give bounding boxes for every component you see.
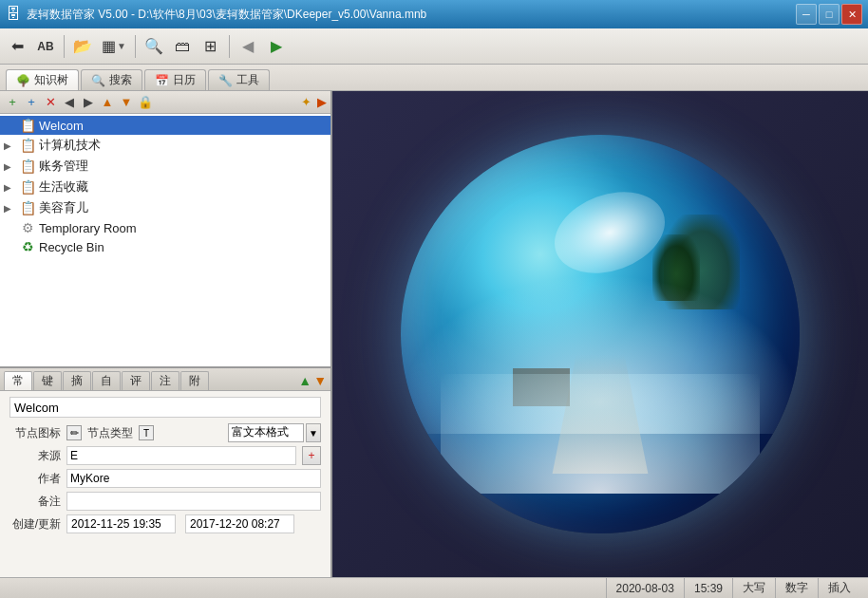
bottom-tab-自[interactable]: 自 bbox=[92, 371, 121, 390]
author-input[interactable] bbox=[70, 472, 317, 485]
bottom-tab-附[interactable]: 附 bbox=[180, 371, 209, 390]
app-icon: 🗄 bbox=[6, 6, 21, 23]
icon-type-row: 节点图标 ✏ 节点类型 T 富文本格式 ▼ bbox=[9, 423, 321, 442]
tree-item-temp[interactable]: ⚙ Templorary Room bbox=[0, 218, 330, 237]
status-ins: 插入 bbox=[818, 578, 860, 598]
type-select-box[interactable]: 富文本格式 bbox=[228, 423, 304, 442]
node-type-icon: T bbox=[139, 425, 154, 440]
search-label: 搜索 bbox=[109, 72, 132, 88]
label-accounts: 账务管理 bbox=[39, 158, 88, 175]
icon-recycle: ♻ bbox=[19, 239, 36, 254]
view-toggle-button[interactable]: ▦▼ bbox=[98, 32, 130, 61]
tree-item-life[interactable]: ▶ 📋 生活收藏 bbox=[0, 177, 330, 197]
created-date: 2012-11-25 19:35 bbox=[66, 514, 176, 533]
label-temp: Templorary Room bbox=[39, 221, 137, 235]
toolbar-separator-1 bbox=[64, 35, 65, 58]
tools-icon: 🔧 bbox=[218, 74, 233, 87]
node-title-input[interactable] bbox=[9, 397, 321, 418]
title-text: 麦轲数据管家 V5.00 - D:\软件\8月\03\麦轲数据管家\DKeepe… bbox=[27, 7, 796, 23]
tree-down-button[interactable]: ▼ bbox=[118, 94, 135, 111]
notes-label: 备注 bbox=[9, 494, 61, 510]
toolbar: ⬅ AB 📂 ▦▼ 🔍 🗃 ⊞ ◀ ▶ bbox=[0, 28, 868, 65]
bottom-tab-注[interactable]: 注 bbox=[151, 371, 179, 390]
toolbar-separator-2 bbox=[135, 35, 136, 58]
nav-left-button[interactable]: ◀ bbox=[235, 32, 261, 61]
source-label: 来源 bbox=[9, 448, 61, 464]
source-value bbox=[66, 446, 296, 465]
bottom-arrows: ▲ ▼ bbox=[298, 373, 327, 390]
expander-computer: ▶ bbox=[4, 140, 19, 151]
label-computer: 计算机技术 bbox=[39, 137, 101, 154]
tab-diary[interactable]: 📅 日历 bbox=[144, 69, 206, 90]
notes-input[interactable] bbox=[70, 495, 317, 508]
left-panel: + + ✕ ◀ ▶ ▲ ▼ 🔒 ✦ ▶ 📋 Welcom bbox=[0, 91, 332, 577]
tree-right-button[interactable]: ▶ bbox=[80, 94, 97, 111]
icon-beauty: 📋 bbox=[19, 200, 36, 215]
tab-tools[interactable]: 🔧 工具 bbox=[208, 69, 270, 90]
ab-button[interactable]: AB bbox=[32, 32, 59, 61]
tab-search[interactable]: 🔍 搜索 bbox=[81, 69, 142, 90]
node-icon-btn[interactable]: ✏ bbox=[66, 425, 82, 440]
tree-left-button[interactable]: ◀ bbox=[61, 94, 78, 111]
search-icon: 🔍 bbox=[91, 74, 105, 87]
date-label: 创建/更新 bbox=[9, 516, 61, 533]
status-caps: 大写 bbox=[732, 578, 775, 598]
back-button[interactable]: ⬅ bbox=[4, 32, 30, 61]
database-button[interactable]: 🗃 bbox=[169, 32, 196, 61]
bottom-tab-常[interactable]: 常 bbox=[4, 371, 32, 390]
tree-add-green-button[interactable]: + bbox=[4, 94, 21, 111]
bottom-tab-摘[interactable]: 摘 bbox=[63, 371, 91, 390]
tree-delete-button[interactable]: ✕ bbox=[42, 94, 59, 111]
node-title-row bbox=[6, 395, 325, 421]
close-button[interactable]: ✕ bbox=[841, 4, 862, 25]
tree-lock-button[interactable]: 🔒 bbox=[137, 94, 154, 111]
bottom-tabs: 常 键 摘 自 评 注 附 ▲ ▼ bbox=[0, 368, 330, 391]
tree-item-welcom[interactable]: 📋 Welcom bbox=[0, 116, 330, 135]
label-welcom: Welcom bbox=[39, 119, 84, 133]
minimize-button[interactable]: ─ bbox=[796, 4, 817, 25]
tree-item-computer[interactable]: ▶ 📋 计算机技术 bbox=[0, 135, 330, 156]
bottom-up-arrow[interactable]: ▲ bbox=[298, 373, 311, 388]
nav-tabs: 🌳 知识树 🔍 搜索 📅 日历 🔧 工具 bbox=[0, 65, 868, 91]
grid-button[interactable]: ⊞ bbox=[198, 32, 224, 61]
status-date: 2020-08-03 bbox=[606, 578, 684, 598]
bottom-panel: 常 键 摘 自 评 注 附 ▲ ▼ bbox=[0, 368, 330, 577]
updated-date: 2017-12-20 08:27 bbox=[185, 514, 294, 533]
tree-item-recycle[interactable]: ♻ Recycle Bin bbox=[0, 237, 330, 256]
type-select-area: 富文本格式 ▼ bbox=[228, 423, 321, 442]
icon-welcom: 📋 bbox=[19, 118, 36, 133]
notes-row: 备注 bbox=[9, 492, 321, 511]
tree-content: 📋 Welcom ▶ 📋 计算机技术 ▶ 📋 账务管理 ▶ bbox=[0, 114, 330, 366]
open-button[interactable]: 📂 bbox=[69, 32, 96, 61]
icon-life: 📋 bbox=[19, 179, 36, 195]
source-input[interactable] bbox=[70, 449, 289, 462]
diary-icon: 📅 bbox=[155, 74, 169, 87]
tree-add-blue-button[interactable]: + bbox=[23, 94, 40, 111]
maximize-button[interactable]: □ bbox=[819, 4, 840, 25]
node-type-label: 节点类型 bbox=[87, 425, 133, 441]
expander-life: ▶ bbox=[4, 182, 19, 193]
tab-knowledge[interactable]: 🌳 知识树 bbox=[6, 69, 79, 90]
bottom-content: 节点图标 ✏ 节点类型 T 富文本格式 ▼ 来源 bbox=[0, 391, 330, 577]
source-btn[interactable]: + bbox=[302, 446, 321, 465]
author-row: 作者 bbox=[9, 469, 321, 488]
tree-up-button[interactable]: ▲ bbox=[99, 94, 116, 111]
icon-computer: 📋 bbox=[19, 138, 36, 153]
type-select-arrow[interactable]: ▼ bbox=[306, 423, 321, 442]
expander-beauty: ▶ bbox=[4, 203, 19, 214]
bottom-down-arrow[interactable]: ▼ bbox=[313, 373, 327, 388]
label-life: 生活收藏 bbox=[39, 178, 88, 196]
status-time: 15:39 bbox=[684, 578, 732, 598]
expander-accounts: ▶ bbox=[4, 161, 19, 172]
knowledge-icon: 🌳 bbox=[16, 74, 30, 87]
titlebar: 🗄 麦轲数据管家 V5.00 - D:\软件\8月\03\麦轲数据管家\DKee… bbox=[0, 0, 868, 28]
bottom-tab-评[interactable]: 评 bbox=[122, 371, 150, 390]
tree-item-beauty[interactable]: ▶ 📋 美容育儿 bbox=[0, 197, 330, 218]
tree-item-accounts[interactable]: ▶ 📋 账务管理 bbox=[0, 156, 330, 177]
tree-toolbar: + + ✕ ◀ ▶ ▲ ▼ 🔒 ✦ ▶ bbox=[0, 91, 330, 114]
search-button[interactable]: 🔍 bbox=[141, 32, 167, 61]
nav-right-button[interactable]: ▶ bbox=[263, 32, 290, 61]
status-num: 数字 bbox=[775, 578, 818, 598]
globe bbox=[401, 135, 800, 533]
bottom-tab-键[interactable]: 键 bbox=[33, 371, 62, 390]
